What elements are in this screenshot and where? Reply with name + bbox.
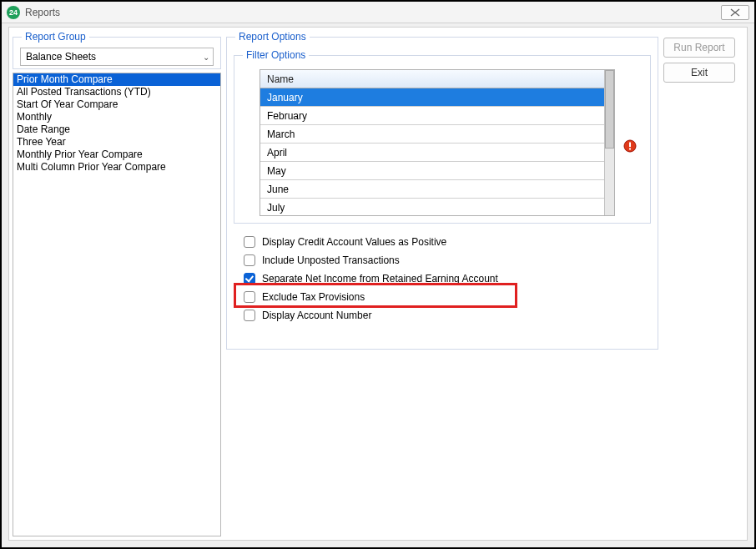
filter-grid-row[interactable]: March xyxy=(260,125,614,144)
exit-label: Exit xyxy=(691,67,708,78)
svg-rect-2 xyxy=(629,149,631,150)
filter-grid-scroll-thumb[interactable] xyxy=(605,70,614,149)
run-report-button[interactable]: Run Report xyxy=(663,38,735,58)
report-group-item[interactable]: Monthly Prior Year Compare xyxy=(13,149,220,161)
report-group-item[interactable]: Start Of Year Compare xyxy=(13,98,220,111)
option-checkbox-row[interactable]: Include Unposted Transactions xyxy=(244,254,651,267)
option-checkbox-label: Exclude Tax Provisions xyxy=(262,290,365,304)
checkbox-icon[interactable] xyxy=(244,291,255,303)
filter-grid-header: Name xyxy=(260,70,614,88)
filter-grid-row[interactable]: February xyxy=(260,107,614,125)
filter-grid-col-name: Name xyxy=(267,73,294,85)
report-options-legend: Report Options xyxy=(235,31,310,43)
filter-grid-row[interactable]: July xyxy=(260,199,614,216)
filter-grid-row[interactable]: April xyxy=(260,144,614,162)
chevron-down-icon: ⌄ xyxy=(203,53,209,62)
report-group-listbox[interactable]: Prior Month CompareAll Posted Transactio… xyxy=(13,73,221,536)
filter-options-legend: Filter Options xyxy=(243,49,309,61)
exit-button[interactable]: Exit xyxy=(663,63,735,83)
filter-grid-scrollbar[interactable] xyxy=(604,70,614,215)
col-actions: Run Report Exit xyxy=(663,31,743,536)
report-group-item[interactable]: Multi Column Prior Year Compare xyxy=(13,161,220,174)
checkbox-icon[interactable] xyxy=(244,236,255,248)
report-group-item[interactable]: Date Range xyxy=(13,123,220,136)
report-group-fieldset: Report Group Balance Sheets ⌄ xyxy=(13,31,221,69)
col-report-options: Report Options Filter Options Name Janua… xyxy=(226,31,658,536)
body: Report Group Balance Sheets ⌄ Prior Mont… xyxy=(8,27,748,541)
report-options-fieldset: Report Options Filter Options Name Janua… xyxy=(226,31,658,350)
warning-icon xyxy=(623,139,637,153)
app-icon: 24 xyxy=(7,6,20,19)
filter-grid-row[interactable]: June xyxy=(260,180,614,199)
window-close-button[interactable] xyxy=(721,5,749,20)
checkbox-icon[interactable] xyxy=(244,310,255,321)
report-group-legend: Report Group xyxy=(22,31,89,43)
window-title: Reports xyxy=(25,7,60,18)
filter-grid-wrap: Name JanuaryFebruaryMarchAprilMayJuneJul… xyxy=(260,69,615,216)
report-group-item[interactable]: Three Year xyxy=(13,136,220,149)
checkbox-icon[interactable] xyxy=(244,254,255,266)
reports-window: 24 Reports Report Group Balance Sheets ⌄… xyxy=(0,0,756,549)
report-group-item[interactable]: Prior Month Compare xyxy=(13,73,220,86)
option-checkbox-label: Display Account Number xyxy=(262,309,371,322)
options-checkbox-list: Display Credit Account Values as Positiv… xyxy=(244,235,651,322)
report-group-dropdown-value: Balance Sheets xyxy=(26,51,96,63)
option-checkbox-row[interactable]: Exclude Tax Provisions xyxy=(244,290,651,304)
option-checkbox-row[interactable]: Separate Net Income from Retained Earnin… xyxy=(244,272,651,285)
filter-grid[interactable]: Name JanuaryFebruaryMarchAprilMayJuneJul… xyxy=(260,69,615,216)
option-checkbox-label: Include Unposted Transactions xyxy=(262,254,400,267)
close-icon xyxy=(730,8,740,17)
col-report-group: Report Group Balance Sheets ⌄ Prior Mont… xyxy=(13,31,221,536)
titlebar: 24 Reports xyxy=(2,2,754,23)
run-report-label: Run Report xyxy=(673,42,724,53)
option-checkbox-label: Display Credit Account Values as Positiv… xyxy=(262,235,446,249)
option-checkbox-label: Separate Net Income from Retained Earnin… xyxy=(262,272,498,285)
filter-options-fieldset: Filter Options Name JanuaryFebruaryMarch… xyxy=(234,49,651,224)
content: Report Group Balance Sheets ⌄ Prior Mont… xyxy=(13,31,743,536)
checkbox-icon[interactable] xyxy=(244,273,255,285)
option-checkbox-row[interactable]: Display Credit Account Values as Positiv… xyxy=(244,235,651,249)
filter-grid-row[interactable]: January xyxy=(260,88,614,107)
report-group-dropdown[interactable]: Balance Sheets ⌄ xyxy=(20,48,214,66)
option-checkbox-row[interactable]: Display Account Number xyxy=(244,309,651,322)
report-group-item[interactable]: All Posted Transactions (YTD) xyxy=(13,86,220,98)
svg-rect-1 xyxy=(629,143,631,148)
filter-grid-row[interactable]: May xyxy=(260,162,614,180)
report-group-item[interactable]: Monthly xyxy=(13,111,220,123)
